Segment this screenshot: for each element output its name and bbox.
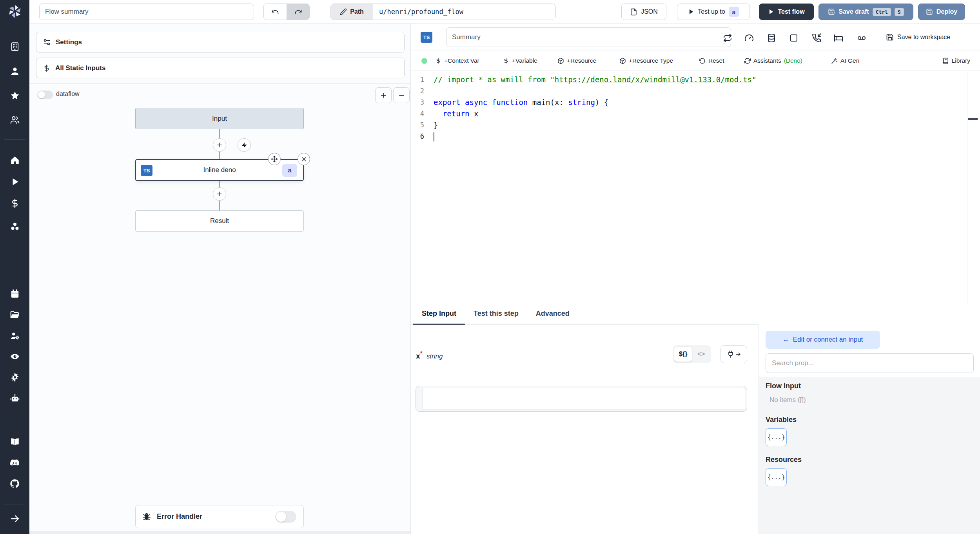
insert-step-button[interactable] xyxy=(213,138,226,152)
favorites-star-icon[interactable] xyxy=(9,90,20,101)
sliders-icon xyxy=(43,38,51,46)
variables-object-chip[interactable]: {...} xyxy=(766,428,787,446)
runs-play-icon[interactable] xyxy=(9,176,20,187)
concurrency-voicemail-icon[interactable] xyxy=(857,33,866,43)
docs-book-icon[interactable] xyxy=(9,436,20,447)
json-button[interactable]: JSON xyxy=(621,4,666,20)
code-line[interactable]: 4 return x xyxy=(411,108,980,119)
insert-step-button[interactable] xyxy=(213,187,226,201)
redo-icon xyxy=(294,8,302,16)
zoom-out-button[interactable] xyxy=(393,87,410,103)
step-tabs: Step Input Test this step Advanced xyxy=(413,303,578,325)
resources-cubes-icon[interactable] xyxy=(9,221,20,232)
groups-users-icon[interactable] xyxy=(9,114,20,125)
code-line[interactable]: 6 xyxy=(411,131,980,142)
deploy-label: Deploy xyxy=(936,8,957,15)
test-up-to-button[interactable]: Test up to a xyxy=(677,4,750,20)
template-mode-button[interactable]: ${} xyxy=(674,347,692,362)
save-draft-label: Save draft xyxy=(838,8,869,15)
connect-input-button[interactable] xyxy=(720,345,747,363)
path-group: Path xyxy=(330,4,556,20)
add-variable-label: +Variable xyxy=(512,57,537,64)
step-summary-input[interactable] xyxy=(446,27,731,47)
undo-redo-group xyxy=(263,4,310,20)
add-resource-type-button[interactable]: +Resource Type xyxy=(619,51,673,71)
dataflow-toggle[interactable] xyxy=(37,91,53,99)
audit-logs-eye-icon[interactable] xyxy=(9,351,20,362)
arrow-right-icon xyxy=(735,351,741,357)
windmill-logo-icon[interactable] xyxy=(7,3,23,20)
workers-users-cog-icon[interactable] xyxy=(9,330,20,341)
field-value-input[interactable] xyxy=(423,388,745,409)
library-button[interactable]: Library xyxy=(942,51,970,71)
workspace-building-icon[interactable] xyxy=(9,41,20,52)
variables-dollar-icon[interactable] xyxy=(9,198,20,208)
user-icon[interactable] xyxy=(9,66,20,76)
schedules-calendar-icon[interactable] xyxy=(9,288,20,299)
folders-icon[interactable] xyxy=(9,310,20,320)
early-stop-gauge-icon[interactable] xyxy=(744,33,754,43)
edit-or-connect-button[interactable]: ← Edit or connect an input xyxy=(766,331,880,349)
sleep-bed-icon[interactable] xyxy=(834,33,843,43)
tab-step-input[interactable]: Step Input xyxy=(413,303,465,325)
all-static-inputs-label: All Static Inputs xyxy=(55,64,105,72)
save-to-workspace-button[interactable]: Save to workspace xyxy=(886,33,950,41)
add-variable-button[interactable]: +Variable xyxy=(503,51,537,71)
code-line[interactable]: 1// import * as wmill from "https://deno… xyxy=(411,74,980,85)
undo-icon xyxy=(271,8,279,16)
discord-icon[interactable] xyxy=(9,458,20,468)
test-flow-label: Test flow xyxy=(778,8,804,15)
github-icon[interactable] xyxy=(9,478,20,489)
ai-robot-icon[interactable] xyxy=(9,393,20,404)
assistants-button[interactable]: Assistants (Deno) xyxy=(744,51,802,71)
error-handler-toggle[interactable] xyxy=(275,511,296,523)
kbd-ctrl: Ctrl xyxy=(873,8,891,16)
expand-sidebar-arrow-icon[interactable] xyxy=(9,513,20,524)
delete-step-button[interactable] xyxy=(298,153,310,165)
flow-input-node[interactable]: Input xyxy=(135,108,304,129)
move-step-button[interactable] xyxy=(268,153,281,165)
zoom-in-button[interactable] xyxy=(375,87,392,103)
package-icon xyxy=(619,58,626,64)
code-mode-button[interactable]: <> xyxy=(693,347,710,362)
reset-button[interactable]: Reset xyxy=(699,51,724,71)
home-icon[interactable] xyxy=(9,155,20,165)
resources-object-chip[interactable]: {...} xyxy=(766,468,787,486)
test-flow-button[interactable]: Test flow xyxy=(759,4,814,20)
resources-section-title: Resources xyxy=(766,456,802,464)
path-input[interactable] xyxy=(373,4,555,20)
error-handler-row[interactable]: Error Handler xyxy=(135,505,304,528)
flow-summary-input[interactable] xyxy=(39,4,254,20)
undo-button[interactable] xyxy=(264,4,287,20)
code-line[interactable]: 2 xyxy=(411,85,980,97)
add-context-var-button[interactable]: +Context Var xyxy=(435,51,479,71)
suspend-phone-incoming-icon[interactable] xyxy=(812,33,821,43)
error-handler-label: Error Handler xyxy=(157,512,202,521)
settings-gear-icon[interactable] xyxy=(9,372,20,382)
ai-gen-button[interactable]: AI Gen xyxy=(831,51,859,71)
flow-result-node[interactable]: Result xyxy=(135,210,304,232)
insert-trigger-button[interactable] xyxy=(238,138,251,152)
deploy-button[interactable]: Deploy xyxy=(918,4,965,20)
flow-settings-button[interactable]: Settings xyxy=(36,32,405,52)
field-name: x* xyxy=(416,350,423,360)
search-prop-input[interactable] xyxy=(766,353,974,373)
retries-repeat-icon[interactable] xyxy=(723,33,732,43)
save-draft-button[interactable]: Save draft Ctrl S xyxy=(818,4,913,20)
add-resource-button[interactable]: +Resource xyxy=(557,51,596,71)
code-line[interactable]: 5} xyxy=(411,119,980,131)
cache-database-icon[interactable] xyxy=(767,33,776,43)
all-static-inputs-button[interactable]: All Static Inputs xyxy=(36,58,405,78)
tab-advanced[interactable]: Advanced xyxy=(527,303,578,325)
save-icon xyxy=(828,8,835,15)
plus-icon xyxy=(216,141,223,148)
code-editor[interactable]: 1// import * as wmill from "https://deno… xyxy=(411,71,980,303)
tab-test-this-step[interactable]: Test this step xyxy=(465,303,527,325)
code-line[interactable]: 3export async function main(x: string) { xyxy=(411,97,980,108)
edit-path-button[interactable]: Path xyxy=(331,4,373,20)
package-icon xyxy=(557,58,564,64)
redo-button[interactable] xyxy=(287,4,309,20)
close-icon xyxy=(301,156,307,163)
minus-icon xyxy=(398,92,405,99)
mock-square-icon[interactable] xyxy=(789,33,799,43)
